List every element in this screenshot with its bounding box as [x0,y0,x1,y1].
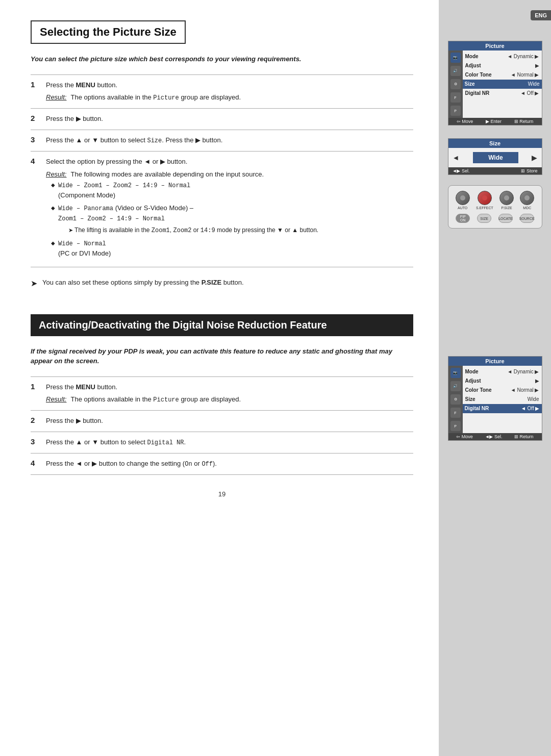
svg-point-0 [460,195,465,200]
step-1-bold: MENU [76,81,95,89]
remote-btn-pip: PIPON [456,214,470,223]
section2-intro: If the signal received by your PDP is we… [31,346,413,366]
step-4-bullet-list: Wide – Zoom1 – Zoom2 – 14:9 – Normal(Com… [51,180,413,259]
remote-top-row: AUTO S.EFFECT P.SIZE [453,191,538,210]
size-left-arrow: ◄ [453,154,460,162]
section2-title: Activating/Deactivating the Digital Nois… [39,319,405,331]
ui4-row-mode: Mode ◄ Dynamic ▶ [465,367,539,376]
mdc-btn-circle [520,191,534,205]
section1-note: ➤ You can also set these options simply … [31,273,413,294]
step-4-content: Select the option by pressing the ◄ or ▶… [46,152,413,267]
svg-point-2 [504,195,509,200]
section1-intro: You can select the picture size which be… [31,54,413,64]
s2-step-1-result-label: Result: [46,394,66,405]
ui4-row-size: Size Wide [465,395,539,404]
step-1-result-text: The options available in the Picture gro… [70,92,241,103]
size-btn: SIZE [477,214,491,223]
s2-step-2-num: 2 [31,411,46,432]
remote-btn-mdc: MDC [520,191,534,210]
section1-steps: 1 Press the MENU button. Result: The opt… [31,74,413,267]
right-sidebar: ENG Picture 📷 🔊 ⚙ F P Mode ◄ Dynamic ▶ [439,0,551,756]
s2-step-4-num: 4 [31,453,46,475]
step-4-result-label: Result: [46,169,66,180]
s2-step-1-result-text: The options available in the Picture gro… [70,394,241,405]
icon4-pip: P [450,421,461,431]
icon4-setup: ⚙ [450,394,461,405]
step-3-row: 3 Press the ▲ or ▼ button to select Size… [31,130,413,151]
s2-step-1-bold: MENU [76,383,95,391]
bullet-item-3: Wide – Normal(PC or DVI Mode) [51,238,413,259]
remote-control: AUTO S.EFFECT P.SIZE [448,185,542,229]
remote-btn-source: SOURCE [520,214,534,223]
psize-btn-circle [499,191,514,205]
section1-title-box: Selecting the Picture Size [31,20,186,44]
svg-point-1 [482,195,487,200]
ui-screen-4-title: Picture [448,357,542,366]
icon-sound: 🔊 [450,66,461,76]
step-3-content: Press the ▲ or ▼ button to select Size. … [46,130,413,151]
locate-btn: LOCATE [498,214,513,223]
icon-pip: P [450,106,461,116]
size-right-arrow: ▶ [532,154,537,162]
size-nav-left: ◄▶ Sel. [453,168,470,173]
step-1-num: 1 [31,74,46,109]
s2-step-4-row: 4 Press the ◄ or ▶ button to change the … [31,453,413,475]
step-2-content: Press the ▶ button. [46,109,413,130]
auto-btn-circle [456,191,470,205]
s2-step-1-row: 1 Press the MENU button. Result: The opt… [31,376,413,411]
icon4-function: F [450,408,461,418]
ui-row-adjust: Adjust ▶ [465,61,539,70]
section2-steps: 1 Press the MENU button. Result: The opt… [31,376,413,475]
pip-btn: PIPON [456,214,470,223]
icon4-picture: 📷 [450,368,461,378]
size-value: Wide [473,152,518,163]
step-4-num: 4 [31,152,46,267]
ui-screen-4: Picture 📷 🔊 ⚙ F P Mode ◄ Dynamic ▶ Adjus… [448,356,542,441]
ui-screen-1-rows: Mode ◄ Dynamic ▶ Adjust ▶ Color Tone ◄ N… [463,51,542,118]
remote-btn-seffect: S.EFFECT [476,191,493,210]
ui-screen-1-title: Picture [448,41,542,51]
eng-badge: ENG [531,10,551,20]
section2-title-box: Activating/Deactivating the Digital Nois… [31,314,413,336]
ui-screen-4-nav: ⇦ Move ◄▶ Sel. ⊞ Return [448,433,542,440]
section1-title: Selecting the Picture Size [40,26,177,39]
step-2-num: 2 [31,109,46,130]
s2-step-3-content: Press the ▲ or ▼ button to select Digita… [46,432,413,453]
sub-bullet: The lifting is available in the Zoom1, Z… [68,225,413,235]
ui4-row-digitalnr: Digital NR ◄ Off ▶ [463,404,542,413]
s2-step-1-content: Press the MENU button. Result: The optio… [46,376,413,411]
ui-screen-1-icons: 📷 🔊 ⚙ F P [448,51,463,118]
step-4-result-text: The following modes are available depend… [70,169,264,180]
icon-setup: ⚙ [450,79,461,89]
source-btn: SOURCE [520,214,534,223]
ui-screen-4-icons: 📷 🔊 ⚙ F P [448,366,463,433]
psize-bold: P.SIZE [202,279,222,286]
remote-mid-row: PIPON SIZE LOCATE SOURCE [453,214,538,223]
ui-screen-2-body: ◄ Wide ▶ [448,148,542,167]
ui-screen-1-nav: ⇦ Move ▶ Enter ⊞ Return [448,118,542,125]
page-number: 19 [31,480,413,503]
s2-step-1-num: 1 [31,376,46,411]
ui-screen-2-title: Size [448,139,542,148]
icon-picture: 📷 [450,53,461,63]
ui-screen-1: Picture 📷 🔊 ⚙ F P Mode ◄ Dynamic ▶ Adjus… [448,41,542,125]
remote-btn-psize: P.SIZE [499,191,514,210]
bullet-item-1: Wide – Zoom1 – Zoom2 – 14:9 – Normal(Com… [51,180,413,200]
s2-step-3-num: 3 [31,432,46,453]
bullet-item-2: Wide – Panorama (Video or S-Video Mode) … [51,203,413,235]
ui-row-mode: Mode ◄ Dynamic ▶ [465,52,539,61]
size-nav-right: ⊞ Store [521,168,537,173]
ui-screen-4-rows: Mode ◄ Dynamic ▶ Adjust ▶ Color Tone ◄ N… [463,366,542,433]
s2-step-2-row: 2 Press the ▶ button. [31,411,413,432]
note-arrow-icon: ➤ [31,278,37,290]
remote-btn-size: SIZE [477,214,491,223]
ui-row-colortone: Color Tone ◄ Normal ▶ [465,70,539,80]
step-3-num: 3 [31,130,46,151]
note-text: You can also set these options simply by… [42,278,244,288]
icon-function: F [450,92,461,103]
ui4-row-colortone: Color Tone ◄ Normal ▶ [465,386,539,395]
icon4-sound: 🔊 [450,381,461,391]
ui-screen-2: Size ◄ Wide ▶ ◄▶ Sel. ⊞ Store [448,138,542,175]
s2-step-2-content: Press the ▶ button. [46,411,413,432]
ui4-row-adjust: Adjust ▶ [465,376,539,386]
